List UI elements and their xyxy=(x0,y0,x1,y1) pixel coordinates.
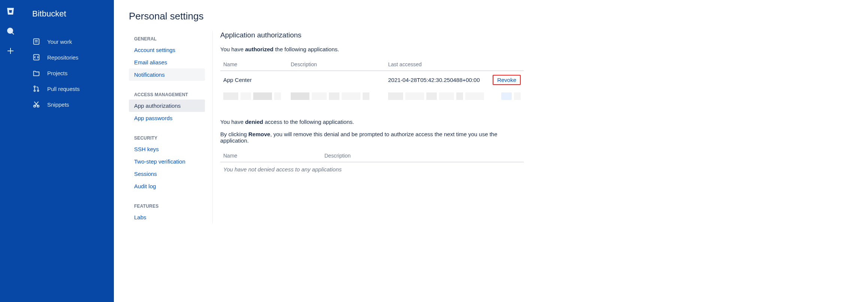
nav-label: Your work xyxy=(47,39,72,45)
text-fragment: the following applications. xyxy=(273,46,339,52)
th-description: Description xyxy=(321,150,524,162)
text-fragment: By clicking xyxy=(220,131,248,137)
text-bold: authorized xyxy=(245,46,273,52)
nav-label: Pull requests xyxy=(47,86,80,92)
settings-nav: GENERAL Account settings Email aliases N… xyxy=(129,31,213,223)
nav-your-work[interactable]: Your work xyxy=(21,34,114,49)
svg-point-10 xyxy=(37,90,39,92)
cell-app-name: App Center xyxy=(220,71,288,89)
nav-pull-requests[interactable]: Pull requests xyxy=(21,81,114,97)
bitbucket-logo-icon[interactable] xyxy=(6,7,15,17)
table-row: App Center 2021-04-28T05:42:30.250488+00… xyxy=(220,71,524,89)
text-bold: Remove xyxy=(248,131,270,137)
settings-item-notifications[interactable]: Notifications xyxy=(129,68,205,81)
denied-sentence: You have denied access to the following … xyxy=(220,119,524,125)
authorized-sentence: You have authorized the following applic… xyxy=(220,46,524,52)
text-fragment: access to the following applications. xyxy=(263,119,354,125)
th-name: Name xyxy=(220,58,288,71)
nav-label: Snippets xyxy=(47,101,69,108)
settings-group-features: FEATURES xyxy=(129,200,212,211)
text-fragment: You have xyxy=(220,46,245,52)
authorized-apps-table: Name Description Last accessed App Cente… xyxy=(220,58,524,104)
svg-point-8 xyxy=(34,86,36,88)
page-title: Personal settings xyxy=(129,10,853,22)
settings-item-app-authorizations[interactable]: App authorizations xyxy=(129,100,205,112)
svg-point-0 xyxy=(7,28,13,33)
main-panel: Application authorizations You have auth… xyxy=(213,31,524,176)
redacted-row xyxy=(220,89,524,104)
svg-line-1 xyxy=(12,33,14,34)
nav-projects[interactable]: Projects xyxy=(21,65,114,81)
denied-apps-table: Name Description You have not denied acc… xyxy=(220,150,524,176)
empty-row: You have not denied access to any applic… xyxy=(220,162,524,176)
revoke-button[interactable]: Revoke xyxy=(493,75,521,85)
text-fragment: You have xyxy=(220,119,245,125)
content-area: Personal settings GENERAL Account settin… xyxy=(114,0,868,302)
panel-heading: Application authorizations xyxy=(220,31,524,39)
remove-sentence: By clicking Remove, you will remove this… xyxy=(220,131,524,144)
empty-message: You have not denied access to any applic… xyxy=(220,162,524,176)
cell-last-accessed: 2021-04-28T05:42:30.250488+00:00 xyxy=(385,71,490,89)
nav-snippets[interactable]: Snippets xyxy=(21,97,114,112)
product-nav: Bitbucket Your work Repositories Project… xyxy=(21,0,114,302)
settings-item-labs[interactable]: Labs xyxy=(129,211,205,223)
th-last-accessed: Last accessed xyxy=(385,58,490,71)
nav-repositories[interactable]: Repositories xyxy=(21,49,114,65)
settings-item-ssh-keys[interactable]: SSH keys xyxy=(129,143,205,155)
cell-app-description xyxy=(288,71,385,89)
text-bold: denied xyxy=(245,119,263,125)
search-icon[interactable] xyxy=(6,27,15,37)
global-icon-rail xyxy=(0,0,21,302)
nav-label: Projects xyxy=(47,70,67,76)
svg-point-9 xyxy=(34,90,36,92)
settings-item-two-step[interactable]: Two-step verification xyxy=(129,155,205,168)
settings-item-account[interactable]: Account settings xyxy=(129,44,205,56)
create-icon[interactable] xyxy=(6,46,15,57)
settings-group-general: GENERAL xyxy=(129,33,212,44)
th-name: Name xyxy=(220,150,321,162)
brand-title: Bitbucket xyxy=(21,9,114,19)
settings-item-app-passwords[interactable]: App passwords xyxy=(129,112,205,124)
settings-item-sessions[interactable]: Sessions xyxy=(129,168,205,180)
settings-group-security: SECURITY xyxy=(129,132,212,143)
th-description: Description xyxy=(288,58,385,71)
settings-item-email-aliases[interactable]: Email aliases xyxy=(129,56,205,68)
nav-label: Repositories xyxy=(47,54,78,61)
settings-item-audit-log[interactable]: Audit log xyxy=(129,180,205,192)
settings-group-access: ACCESS MANAGEMENT xyxy=(129,88,212,100)
